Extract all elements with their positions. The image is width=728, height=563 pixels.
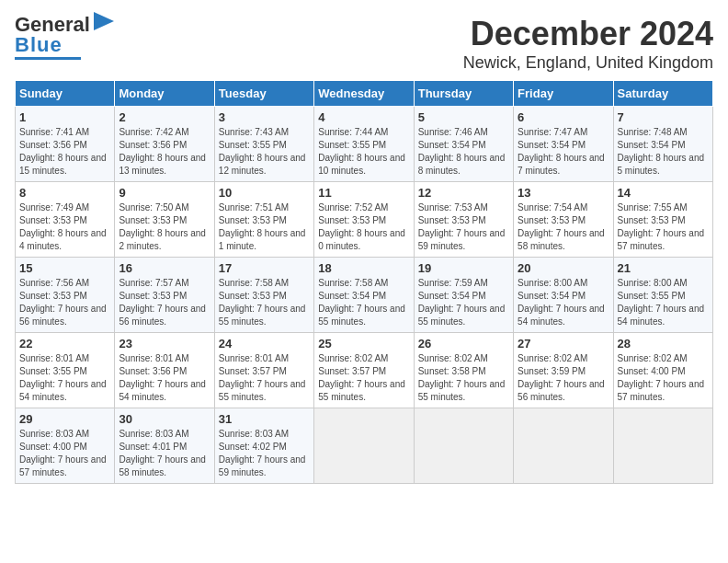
day-number: 24 <box>219 337 310 350</box>
header: General Blue December 2024 Newick, Engla… <box>15 15 713 73</box>
day-cell-28: 28 Sunrise: 8:02 AM Sunset: 4:00 PM Dayl… <box>613 333 712 408</box>
day-cell-18: 18 Sunrise: 7:58 AM Sunset: 3:54 PM Dayl… <box>314 258 414 333</box>
day-cell-12: 12 Sunrise: 7:53 AM Sunset: 3:53 PM Dayl… <box>414 182 513 258</box>
day-cell-10: 10 Sunrise: 7:51 AM Sunset: 3:53 PM Dayl… <box>214 182 313 258</box>
calendar-row: 1 Sunrise: 7:41 AM Sunset: 3:56 PM Dayli… <box>16 107 713 182</box>
day-number: 16 <box>119 261 210 275</box>
day-number: 20 <box>518 261 609 275</box>
day-number: 28 <box>618 337 709 350</box>
day-cell-24: 24 Sunrise: 8:01 AM Sunset: 3:57 PM Dayl… <box>214 333 313 408</box>
day-cell-3: 3 Sunrise: 7:43 AM Sunset: 3:55 PM Dayli… <box>214 107 313 182</box>
day-cell-19: 19 Sunrise: 7:59 AM Sunset: 3:54 PM Dayl… <box>414 258 513 333</box>
col-friday: Friday <box>514 81 613 107</box>
day-number: 3 <box>219 110 310 124</box>
day-info: Sunrise: 7:41 AM Sunset: 3:56 PM Dayligh… <box>19 126 110 178</box>
day-cell-4: 4 Sunrise: 7:44 AM Sunset: 3:55 PM Dayli… <box>314 107 414 182</box>
col-sunday: Sunday <box>16 81 115 107</box>
title-block: December 2024 Newick, England, United Ki… <box>463 15 713 73</box>
logo: General Blue <box>15 15 114 60</box>
day-cell-22: 22 Sunrise: 8:01 AM Sunset: 3:55 PM Dayl… <box>16 333 115 408</box>
day-cell-21: 21 Sunrise: 8:00 AM Sunset: 3:55 PM Dayl… <box>613 258 712 333</box>
day-number: 2 <box>119 110 210 124</box>
empty-cell <box>414 408 513 484</box>
day-info: Sunrise: 7:59 AM Sunset: 3:54 PM Dayligh… <box>418 277 509 328</box>
day-number: 18 <box>318 261 409 275</box>
day-info: Sunrise: 8:00 AM Sunset: 3:54 PM Dayligh… <box>518 277 609 328</box>
col-monday: Monday <box>115 81 214 107</box>
day-number: 21 <box>618 261 709 275</box>
day-info: Sunrise: 7:44 AM Sunset: 3:55 PM Dayligh… <box>318 126 409 178</box>
day-number: 8 <box>19 186 110 200</box>
day-number: 1 <box>19 110 110 124</box>
day-info: Sunrise: 7:55 AM Sunset: 3:53 PM Dayligh… <box>618 201 709 253</box>
empty-cell <box>613 408 712 484</box>
day-info: Sunrise: 8:00 AM Sunset: 3:55 PM Dayligh… <box>618 277 709 328</box>
day-number: 31 <box>219 412 310 426</box>
day-cell-11: 11 Sunrise: 7:52 AM Sunset: 3:53 PM Dayl… <box>314 182 414 258</box>
logo-arrow-icon <box>94 12 114 30</box>
header-row: Sunday Monday Tuesday Wednesday Thursday… <box>16 81 713 107</box>
day-cell-5: 5 Sunrise: 7:46 AM Sunset: 3:54 PM Dayli… <box>414 107 513 182</box>
day-info: Sunrise: 8:01 AM Sunset: 3:55 PM Dayligh… <box>19 352 110 404</box>
day-number: 25 <box>318 337 409 350</box>
day-cell-15: 15 Sunrise: 7:56 AM Sunset: 3:53 PM Dayl… <box>16 258 115 333</box>
col-tuesday: Tuesday <box>214 81 313 107</box>
day-info: Sunrise: 7:49 AM Sunset: 3:53 PM Dayligh… <box>19 201 110 253</box>
day-number: 13 <box>518 186 609 200</box>
day-info: Sunrise: 8:02 AM Sunset: 3:57 PM Dayligh… <box>318 352 409 404</box>
day-number: 15 <box>19 261 110 275</box>
day-cell-17: 17 Sunrise: 7:58 AM Sunset: 3:53 PM Dayl… <box>214 258 313 333</box>
day-info: Sunrise: 7:48 AM Sunset: 3:54 PM Dayligh… <box>618 126 709 178</box>
day-number: 22 <box>19 337 110 350</box>
day-number: 10 <box>219 186 310 200</box>
day-cell-29: 29 Sunrise: 8:03 AM Sunset: 4:00 PM Dayl… <box>16 408 115 484</box>
day-number: 12 <box>418 186 509 200</box>
day-info: Sunrise: 8:03 AM Sunset: 4:00 PM Dayligh… <box>19 428 110 479</box>
day-cell-14: 14 Sunrise: 7:55 AM Sunset: 3:53 PM Dayl… <box>613 182 712 258</box>
day-info: Sunrise: 7:54 AM Sunset: 3:53 PM Dayligh… <box>518 201 609 253</box>
day-number: 29 <box>19 412 110 426</box>
day-cell-31: 31 Sunrise: 8:03 AM Sunset: 4:02 PM Dayl… <box>214 408 313 484</box>
day-info: Sunrise: 7:56 AM Sunset: 3:53 PM Dayligh… <box>19 277 110 328</box>
day-cell-6: 6 Sunrise: 7:47 AM Sunset: 3:54 PM Dayli… <box>514 107 613 182</box>
day-info: Sunrise: 8:01 AM Sunset: 3:56 PM Dayligh… <box>119 352 210 404</box>
calendar-row: 8 Sunrise: 7:49 AM Sunset: 3:53 PM Dayli… <box>16 182 713 258</box>
day-number: 5 <box>418 110 509 124</box>
col-saturday: Saturday <box>613 81 712 107</box>
day-cell-2: 2 Sunrise: 7:42 AM Sunset: 3:56 PM Dayli… <box>115 107 214 182</box>
day-info: Sunrise: 7:42 AM Sunset: 3:56 PM Dayligh… <box>119 126 210 178</box>
day-number: 19 <box>418 261 509 275</box>
day-info: Sunrise: 8:02 AM Sunset: 4:00 PM Dayligh… <box>618 352 709 404</box>
day-cell-13: 13 Sunrise: 7:54 AM Sunset: 3:53 PM Dayl… <box>514 182 613 258</box>
day-number: 6 <box>518 110 609 124</box>
empty-cell <box>514 408 613 484</box>
day-number: 11 <box>318 186 409 200</box>
day-info: Sunrise: 7:51 AM Sunset: 3:53 PM Dayligh… <box>219 201 310 253</box>
calendar-row: 29 Sunrise: 8:03 AM Sunset: 4:00 PM Dayl… <box>16 408 713 484</box>
day-cell-16: 16 Sunrise: 7:57 AM Sunset: 3:53 PM Dayl… <box>115 258 214 333</box>
day-info: Sunrise: 8:02 AM Sunset: 3:59 PM Dayligh… <box>518 352 609 404</box>
day-info: Sunrise: 7:52 AM Sunset: 3:53 PM Dayligh… <box>318 201 409 253</box>
day-number: 23 <box>119 337 210 350</box>
location-title: Newick, England, United Kingdom <box>463 53 713 73</box>
day-info: Sunrise: 8:03 AM Sunset: 4:02 PM Dayligh… <box>219 428 310 479</box>
day-cell-27: 27 Sunrise: 8:02 AM Sunset: 3:59 PM Dayl… <box>514 333 613 408</box>
day-info: Sunrise: 7:50 AM Sunset: 3:53 PM Dayligh… <box>119 201 210 253</box>
day-number: 14 <box>618 186 709 200</box>
day-cell-25: 25 Sunrise: 8:02 AM Sunset: 3:57 PM Dayl… <box>314 333 414 408</box>
col-wednesday: Wednesday <box>314 81 414 107</box>
day-number: 26 <box>418 337 509 350</box>
col-thursday: Thursday <box>414 81 513 107</box>
day-number: 7 <box>618 110 709 124</box>
day-cell-23: 23 Sunrise: 8:01 AM Sunset: 3:56 PM Dayl… <box>115 333 214 408</box>
day-cell-9: 9 Sunrise: 7:50 AM Sunset: 3:53 PM Dayli… <box>115 182 214 258</box>
day-cell-26: 26 Sunrise: 8:02 AM Sunset: 3:58 PM Dayl… <box>414 333 513 408</box>
calendar-row: 15 Sunrise: 7:56 AM Sunset: 3:53 PM Dayl… <box>16 258 713 333</box>
day-number: 4 <box>318 110 409 124</box>
month-title: December 2024 <box>463 15 713 53</box>
day-info: Sunrise: 7:58 AM Sunset: 3:54 PM Dayligh… <box>318 277 409 328</box>
day-number: 30 <box>119 412 210 426</box>
calendar-table: Sunday Monday Tuesday Wednesday Thursday… <box>15 80 713 484</box>
day-cell-8: 8 Sunrise: 7:49 AM Sunset: 3:53 PM Dayli… <box>16 182 115 258</box>
day-info: Sunrise: 8:02 AM Sunset: 3:58 PM Dayligh… <box>418 352 509 404</box>
